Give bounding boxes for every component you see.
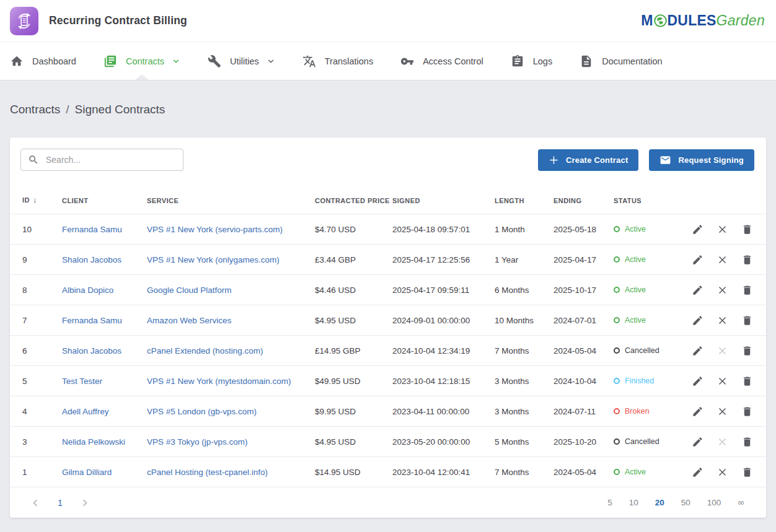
- service-link[interactable]: cPanel Hosting (test-cpanel.info): [147, 468, 315, 477]
- cell-ending: 2025-10-20: [553, 437, 614, 447]
- service-link[interactable]: Google Cloud Platform: [147, 286, 315, 295]
- breadcrumb-separator: /: [66, 103, 69, 116]
- next-page-icon[interactable]: [78, 496, 92, 510]
- search-box: [20, 149, 183, 171]
- breadcrumb: Contracts/Signed Contracts: [0, 81, 776, 116]
- service-link[interactable]: VPS #1 New York (mytestdomain.com): [147, 377, 315, 386]
- client-link[interactable]: Shalon Jacobos: [62, 346, 147, 355]
- page-size-option[interactable]: 10: [629, 498, 638, 507]
- delete-contract-icon[interactable]: [741, 345, 753, 357]
- cancel-contract-icon[interactable]: [716, 315, 728, 326]
- column-header-service[interactable]: SERVICE: [147, 197, 315, 204]
- edit-contract-icon[interactable]: [692, 224, 703, 235]
- cancel-contract-icon[interactable]: [716, 345, 728, 357]
- cancel-contract-icon[interactable]: [716, 224, 728, 235]
- create-contract-button[interactable]: Create Contract: [538, 149, 639, 171]
- table-row: 3 Nelida Pelkowski VPS #3 Tokyo (jp-vps.…: [10, 426, 766, 456]
- nav-item-utilities[interactable]: Utilities: [208, 42, 275, 80]
- service-link[interactable]: VPS #1 New York (onlygames.com): [147, 255, 315, 264]
- client-link[interactable]: Nelida Pelkowski: [62, 437, 147, 447]
- edit-contract-icon[interactable]: [692, 345, 703, 357]
- nav-item-translations[interactable]: Translations: [302, 42, 373, 80]
- contracts-card: Create Contract Request Signing ID ↓ CLI…: [10, 137, 766, 518]
- delete-contract-icon[interactable]: [741, 466, 753, 478]
- cancel-contract-icon[interactable]: [716, 436, 728, 448]
- status-label: Active: [625, 468, 646, 476]
- cell-id: 10: [22, 225, 62, 234]
- cell-ending: 2024-07-11: [553, 407, 614, 416]
- client-link[interactable]: Albina Dopico: [62, 286, 147, 295]
- cancel-contract-icon[interactable]: [716, 284, 728, 296]
- breadcrumb-section[interactable]: Contracts: [10, 103, 60, 116]
- edit-contract-icon[interactable]: [692, 406, 703, 417]
- translate-icon: [302, 55, 316, 68]
- row-actions: [682, 406, 766, 417]
- cell-id: 3: [22, 437, 62, 447]
- prev-page-icon[interactable]: [29, 496, 42, 510]
- row-actions: [682, 345, 766, 357]
- column-header-length[interactable]: LENGTH: [495, 197, 553, 204]
- nav-item-documentation[interactable]: Documentation: [580, 42, 663, 80]
- nav-item-access-control[interactable]: Access Control: [400, 42, 483, 80]
- current-page[interactable]: 1: [58, 498, 63, 508]
- client-link[interactable]: Shalon Jacobos: [62, 255, 147, 264]
- nav-item-logs[interactable]: Logs: [511, 42, 552, 80]
- delete-contract-icon[interactable]: [741, 315, 753, 326]
- row-actions: [682, 436, 766, 448]
- page-size-option[interactable]: 100: [707, 498, 721, 507]
- client-link[interactable]: Test Tester: [62, 377, 147, 386]
- edit-contract-icon[interactable]: [692, 284, 703, 296]
- service-link[interactable]: VPS #5 London (gb-vps.com): [147, 407, 315, 416]
- edit-contract-icon[interactable]: [692, 436, 703, 448]
- request-signing-button[interactable]: Request Signing: [649, 149, 754, 171]
- client-link[interactable]: Gilma Dilliard: [62, 468, 147, 477]
- service-link[interactable]: VPS #3 Tokyo (jp-vps.com): [147, 437, 315, 447]
- cell-price: $4.70 USD: [315, 225, 392, 234]
- client-link[interactable]: Fernanda Samu: [62, 316, 147, 325]
- delete-contract-icon[interactable]: [741, 284, 753, 296]
- cancel-contract-icon[interactable]: [716, 466, 728, 478]
- cancel-contract-icon[interactable]: [716, 406, 728, 417]
- page-size-option[interactable]: 50: [681, 498, 690, 507]
- page-size-option[interactable]: 20: [655, 498, 664, 507]
- cell-id: 8: [22, 286, 62, 295]
- service-link[interactable]: Amazon Web Services: [147, 316, 315, 325]
- cancel-contract-icon[interactable]: [716, 375, 728, 387]
- column-header-client[interactable]: CLIENT: [62, 197, 147, 204]
- client-link[interactable]: Fernanda Samu: [62, 225, 147, 234]
- delete-contract-icon[interactable]: [741, 406, 753, 417]
- brand-text-m: M: [641, 12, 653, 29]
- service-link[interactable]: cPanel Extended (hosting.com): [147, 346, 315, 355]
- delete-contract-icon[interactable]: [741, 436, 753, 448]
- column-header-price[interactable]: CONTRACTED PRICE: [315, 197, 392, 204]
- table-row: 4 Adell Auffrey VPS #5 London (gb-vps.co…: [10, 396, 766, 426]
- page-size-option[interactable]: ∞: [738, 498, 744, 507]
- column-header-id[interactable]: ID ↓: [22, 195, 62, 204]
- status-badge: Active: [614, 286, 682, 294]
- edit-contract-icon[interactable]: [692, 254, 703, 266]
- column-header-status[interactable]: STATUS: [614, 197, 682, 204]
- delete-contract-icon[interactable]: [741, 224, 753, 235]
- edit-contract-icon[interactable]: [692, 466, 703, 478]
- sort-arrow-icon[interactable]: ↓: [33, 195, 37, 204]
- cell-price: $9.95 USD: [315, 407, 392, 416]
- cell-length: 3 Months: [495, 377, 553, 386]
- service-link[interactable]: VPS #1 New York (servio-parts.com): [147, 225, 315, 234]
- table-row: 7 Fernanda Samu Amazon Web Services $4.9…: [10, 305, 766, 335]
- delete-contract-icon[interactable]: [741, 254, 753, 266]
- status-ring-icon: [614, 469, 620, 475]
- column-header-ending[interactable]: ENDING: [553, 197, 614, 204]
- status-ring-icon: [614, 347, 620, 354]
- page-size-option[interactable]: 5: [607, 498, 612, 507]
- nav-item-contracts[interactable]: Contracts: [104, 42, 180, 80]
- column-header-signed[interactable]: SIGNED: [392, 197, 495, 204]
- cell-signed: 2024-10-04 12:34:19: [392, 346, 495, 355]
- nav-item-dashboard[interactable]: Dashboard: [10, 42, 76, 80]
- edit-contract-icon[interactable]: [692, 315, 703, 326]
- cancel-contract-icon[interactable]: [716, 254, 728, 266]
- status-ring-icon: [614, 438, 620, 445]
- search-input[interactable]: [46, 155, 176, 165]
- edit-contract-icon[interactable]: [692, 375, 703, 387]
- delete-contract-icon[interactable]: [741, 375, 753, 387]
- client-link[interactable]: Adell Auffrey: [62, 407, 147, 416]
